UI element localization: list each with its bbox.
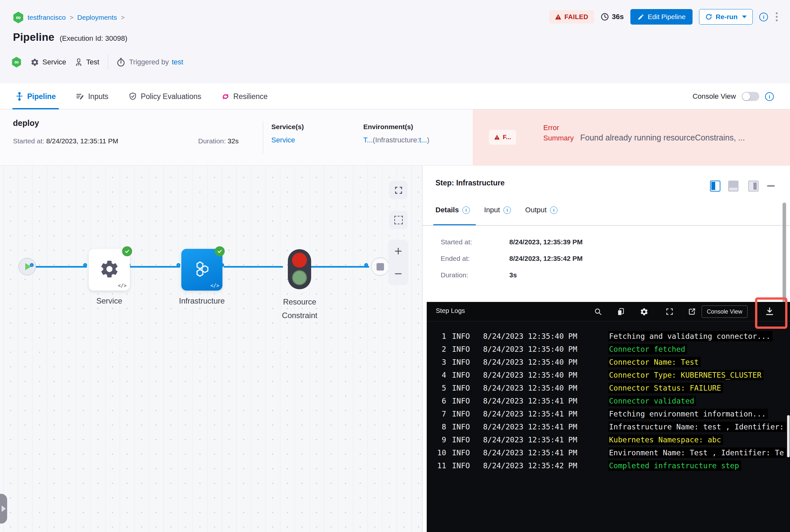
tab-resilience[interactable]: Resilience [221,83,268,109]
step-logs-header: Step Logs [427,302,790,321]
divider [263,121,263,153]
console-view-button[interactable]: Console View [702,305,748,318]
fit-to-screen-button[interactable] [389,181,408,200]
log-line-number: 8 [433,423,446,431]
green-light-icon [292,270,307,285]
breadcrumb-deployments-link[interactable]: Deployments [77,14,117,21]
services-column: Service(s) Service [271,123,304,144]
resource-constraint-node[interactable] [288,249,311,289]
console-view-toggle[interactable] [742,92,759,101]
edge-port [364,263,368,267]
info-icon[interactable]: i [550,207,557,214]
zoom-out-button[interactable] [388,264,408,283]
service-link[interactable]: Service [271,136,295,144]
log-message: Completed infrastructure step [608,460,741,471]
chevron-right-icon: > [121,14,125,21]
step-panel-title: Step: Infrastructure [436,178,504,187]
log-level: INFO [452,423,472,431]
environment-name: Test [86,58,99,66]
service-gear-icon [31,58,39,66]
shield-check-icon [129,92,137,101]
execution-id: (Execution Id: 30098) [59,34,127,43]
tab-output[interactable]: Output i [525,206,557,214]
log-level: INFO [452,449,472,457]
log-message: Connector Name: Test [608,357,701,367]
log-row: 7INFO8/24/2023 12:35:41 PMFetching envir… [427,407,790,420]
red-light-icon [292,253,307,268]
error-summary-label: Error Summary [543,122,579,144]
tab-policy-evaluations[interactable]: Policy Evaluations [129,83,201,109]
expand-panel-handle[interactable] [0,494,7,524]
search-logs-button[interactable] [594,307,602,316]
layout-right-view-button[interactable] [710,180,720,192]
copy-icon [617,307,625,316]
breadcrumb: ∞ testfrancisco > Deployments > [13,12,125,23]
zoom-in-button[interactable] [388,242,408,261]
log-timestamp: 8/24/2023 12:35:41 PM [483,397,602,405]
chevron-down-icon[interactable] [742,16,747,18]
pipeline-graph-canvas[interactable]: </> </> Servic [0,166,422,532]
open-in-new-tab-button[interactable] [688,307,696,316]
log-level: INFO [452,358,472,366]
stage-name: deploy [13,118,39,128]
log-settings-button[interactable] [640,307,648,316]
log-row: 11INFO8/24/2023 12:35:42 PMCompleted inf… [427,459,790,472]
log-line-number: 2 [433,345,446,354]
layout-bottom-view-button[interactable] [728,180,738,192]
log-line-number: 4 [433,371,446,379]
tab-output-label: Output [525,206,547,214]
tab-resilience-label: Resilience [234,92,268,101]
end-node[interactable] [371,258,389,276]
annotation-highlight-box [755,298,787,329]
tab-details[interactable]: Details i [436,206,470,214]
stage-started-at: Started at: 8/24/2023, 12:35:11 PM [13,137,118,145]
log-timestamp: 8/24/2023 12:35:41 PM [483,449,602,457]
log-timestamp: 8/24/2023 12:35:40 PM [483,384,602,392]
refresh-icon [705,13,712,20]
tab-inputs-label: Inputs [88,92,108,101]
resource-constraint-node-label: Resource Constraint [271,295,328,322]
rerun-button[interactable]: Re-run [699,9,753,24]
plus-icon [393,246,403,256]
log-row: 9INFO8/24/2023 12:35:41 PMKubernetes Nam… [427,433,790,446]
copy-logs-button[interactable] [617,307,625,316]
tab-input[interactable]: Input i [484,206,511,214]
info-icon[interactable]: i [765,92,774,101]
log-timestamp: 8/24/2023 12:35:40 PM [483,345,602,354]
meta-duration: Duration:3s [441,271,583,279]
log-timestamp: 8/24/2023 12:35:41 PM [483,436,602,444]
marquee-select-button[interactable] [389,211,408,229]
main-content: </> </> Servic [0,166,790,532]
zoom-controls [388,240,408,285]
log-line-number: 1 [433,332,446,340]
log-scrollbar[interactable] [787,415,790,457]
environment-icon [74,58,83,66]
stage-summary-bar: deploy Started at: 8/24/2023, 12:35:11 P… [0,109,790,166]
execution-duration-value: 36s [612,13,624,21]
tab-pipeline[interactable]: Pipeline [16,83,56,109]
tab-inputs[interactable]: Inputs [76,83,108,109]
log-level: INFO [452,384,472,392]
log-level: INFO [452,461,472,470]
external-link-icon [688,307,696,316]
infrastructure-step-node[interactable]: </> [181,249,222,290]
info-icon[interactable]: i [462,207,470,214]
environment-link[interactable]: T... [363,136,373,144]
triggered-by-link[interactable]: test [171,58,183,66]
edge [130,266,180,268]
service-step-node[interactable]: </> [89,249,130,290]
infrastructure-link[interactable]: t... [419,136,427,144]
info-icon[interactable]: i [503,207,511,214]
edit-pipeline-label: Edit Pipeline [648,13,686,21]
breadcrumb-project-link[interactable]: testfrancisco [27,14,66,21]
more-options-menu[interactable] [774,11,779,23]
error-summary-region: F... Error Summary Found already running… [473,109,790,166]
log-level: INFO [452,397,472,405]
page-title: Pipeline [13,31,54,43]
minimize-panel-button[interactable] [767,185,775,187]
start-node[interactable] [18,258,36,276]
fullscreen-logs-button[interactable] [665,307,674,316]
layout-minimized-view-button[interactable] [748,180,758,192]
info-icon[interactable]: i [759,13,768,21]
edit-pipeline-button[interactable]: Edit Pipeline [630,9,693,24]
